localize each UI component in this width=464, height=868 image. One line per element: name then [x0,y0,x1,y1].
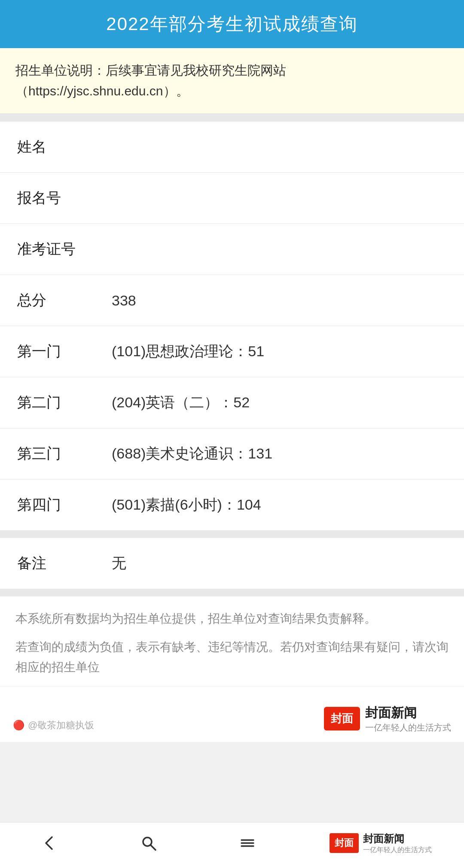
separator-2 [0,530,464,538]
nav-fm-text: 封面新闻 一亿年轻人的生活方式 [363,832,432,855]
svg-line-1 [151,845,156,850]
footer-line1: 本系统所有数据均为招生单位提供，招生单位对查询结果负责解释。 [15,608,449,629]
field-label-name: 姓名 [17,137,112,157]
field-value-subject3: (688)美术史论通识：131 [112,444,447,464]
field-value-subject2: (204)英语（二）：52 [112,393,447,413]
fm-text: 封面新闻 一亿年轻人的生活方式 [365,704,451,734]
field-label-subject3: 第三门 [17,444,112,464]
notice-box: 招生单位说明：后续事宜请见我校研究生院网站（https://yjsc.shnu.… [0,48,464,114]
weibo-author: 🔴 @敬茶加糖执饭 [13,719,94,732]
nav-search-button[interactable] [131,830,166,856]
nav-fm-icon: 封面 [330,833,359,853]
nav-fm-badge[interactable]: 封面 封面新闻 一亿年轻人的生活方式 [330,832,432,855]
notice-text: 招生单位说明：后续事宜请见我校研究生院网站（https://yjsc.shnu.… [15,60,449,101]
field-label-total: 总分 [17,290,112,310]
footer-notice: 本系统所有数据均为招生单位提供，招生单位对查询结果负责解释。 若查询的成绩为负值… [0,589,464,686]
field-row-remarks: 备注 无 [0,538,464,589]
remarks-section: 备注 无 [0,538,464,589]
info-table: 姓名 报名号 准考证号 总分 338 第一门 (101)思想政治理论：51 第二… [0,122,464,530]
field-label-subject1: 第一门 [17,342,112,361]
field-label-remarks: 备注 [17,553,112,573]
field-row-admission: 准考证号 [0,224,464,275]
fm-badge-icon: 封面 [324,707,360,730]
badge-area: 🔴 @敬茶加糖执饭 封面 封面新闻 一亿年轻人的生活方式 [0,686,464,742]
field-row-name: 姓名 [0,122,464,173]
field-label-subject2: 第二门 [17,393,112,413]
fm-sub-text: 一亿年轻人的生活方式 [365,722,451,734]
field-label-registration: 报名号 [17,188,112,208]
nav-bar: 封面 封面新闻 一亿年轻人的生活方式 [0,822,464,868]
field-label-subject4: 第四门 [17,495,112,515]
nav-menu-button[interactable] [230,830,265,856]
field-row-registration: 报名号 [0,173,464,224]
field-row-subject1: 第一门 (101)思想政治理论：51 [0,326,464,377]
field-row-subject4: 第四门 (501)素描(6小时)：104 [0,480,464,530]
fm-badge-container: 封面 封面新闻 一亿年轻人的生活方式 [324,704,451,734]
field-value-subject4: (501)素描(6小时)：104 [112,495,447,515]
field-row-subject3: 第三门 (688)美术史论通识：131 [0,428,464,480]
page-title: 2022年部分考生初试成绩查询 [17,12,447,36]
nav-back-button[interactable] [32,830,67,856]
field-value-remarks: 无 [112,553,447,573]
footer-line2: 若查询的成绩为负值，表示有缺考、违纪等情况。若仍对查询结果有疑问，请次询相应的招… [15,637,449,678]
page-header: 2022年部分考生初试成绩查询 [0,0,464,48]
fm-main-text: 封面新闻 [365,704,451,722]
field-label-admission: 准考证号 [17,239,112,259]
bottom-padding [0,742,464,794]
separator [0,114,464,122]
field-value-subject1: (101)思想政治理论：51 [112,342,447,361]
field-row-total: 总分 338 [0,275,464,326]
field-value-total: 338 [112,292,447,309]
field-row-subject2: 第二门 (204)英语（二）：52 [0,377,464,428]
